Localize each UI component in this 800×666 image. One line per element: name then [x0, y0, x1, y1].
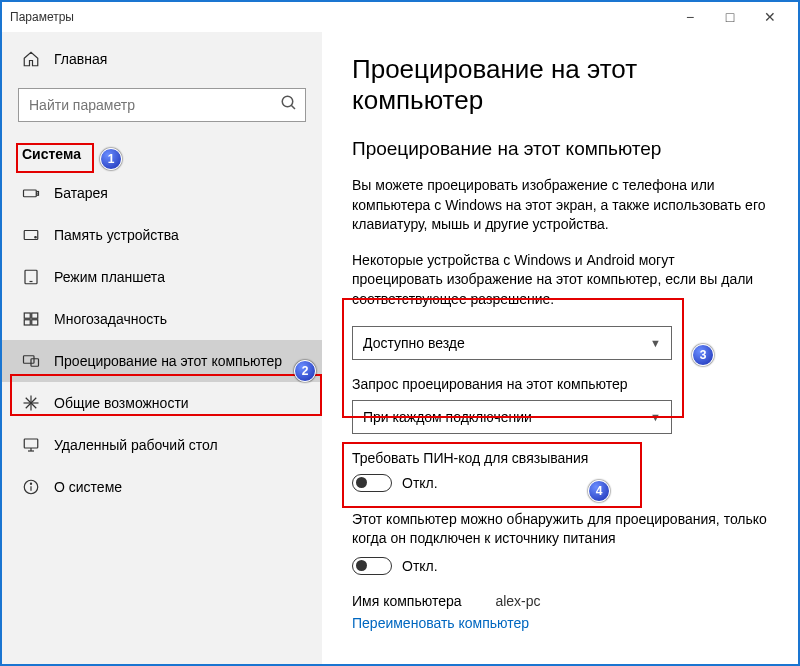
settings-window: Параметры − □ ✕ Главная Система Батарея — [0, 0, 800, 666]
home-label: Главная — [54, 51, 107, 67]
svg-rect-3 — [37, 192, 39, 196]
sidebar-item-projecting[interactable]: Проецирование на этот компьютер — [2, 340, 322, 382]
power-label: Этот компьютер можно обнаружить для прое… — [352, 510, 768, 549]
dropdown-value: Доступно везде — [363, 335, 465, 351]
computer-name-value: alex-pc — [495, 593, 540, 609]
sidebar-item-multitask[interactable]: Многозадачность — [2, 298, 322, 340]
svg-point-0 — [282, 96, 293, 107]
search-input[interactable] — [18, 88, 306, 122]
svg-rect-12 — [24, 356, 35, 364]
sidebar-item-label: Многозадачность — [54, 311, 167, 327]
description-2: Некоторые устройства с Windows и Android… — [352, 251, 768, 310]
sidebar-item-battery[interactable]: Батарея — [2, 172, 322, 214]
titlebar: Параметры − □ ✕ — [2, 2, 798, 32]
search-icon — [280, 94, 298, 112]
maximize-button[interactable]: □ — [710, 9, 750, 25]
power-toggle-state: Откл. — [402, 558, 438, 574]
pin-toggle-state: Откл. — [402, 475, 438, 491]
sidebar-item-label: Память устройства — [54, 227, 179, 243]
section-title: Система — [2, 140, 322, 172]
info-icon — [22, 478, 40, 496]
pin-label: Требовать ПИН-код для связывания — [352, 450, 768, 466]
sidebar-item-remote[interactable]: Удаленный рабочий стол — [2, 424, 322, 466]
sidebar-item-label: Общие возможности — [54, 395, 189, 411]
sidebar-item-label: Проецирование на этот компьютер — [54, 353, 282, 369]
svg-rect-11 — [32, 320, 38, 325]
sidebar-item-storage[interactable]: Память устройства — [2, 214, 322, 256]
chevron-down-icon: ▼ — [650, 337, 661, 349]
svg-rect-10 — [24, 320, 30, 325]
close-button[interactable]: ✕ — [750, 9, 790, 25]
window-title: Параметры — [10, 10, 74, 24]
multitask-icon — [22, 310, 40, 328]
svg-rect-18 — [24, 439, 38, 448]
sidebar-item-shared[interactable]: Общие возможности — [2, 382, 322, 424]
svg-rect-9 — [32, 313, 38, 318]
battery-icon — [22, 184, 40, 202]
computer-name-row: Имя компьютера alex-pc — [352, 593, 768, 609]
svg-rect-2 — [24, 190, 37, 197]
rename-link[interactable]: Переименовать компьютер — [352, 615, 529, 631]
main-content: Проецирование на этот компьютер Проециро… — [322, 32, 798, 664]
page-title: Проецирование на этот компьютер — [352, 54, 768, 116]
remote-icon — [22, 436, 40, 454]
dropdown-value: При каждом подключении — [363, 409, 532, 425]
minimize-button[interactable]: − — [670, 9, 710, 25]
storage-icon — [22, 226, 40, 244]
sidebar-item-about[interactable]: О системе — [2, 466, 322, 508]
shared-icon — [22, 394, 40, 412]
section-heading: Проецирование на этот компьютер — [352, 138, 768, 160]
projecting-icon — [22, 352, 40, 370]
description-1: Вы можете проецировать изображение с тел… — [352, 176, 768, 235]
pin-toggle[interactable] — [352, 474, 392, 492]
svg-rect-13 — [31, 359, 39, 367]
sidebar-item-label: Батарея — [54, 185, 108, 201]
tablet-icon — [22, 268, 40, 286]
computer-name-label: Имя компьютера — [352, 593, 462, 609]
home-icon — [22, 50, 40, 68]
home-link[interactable]: Главная — [2, 40, 322, 78]
chevron-down-icon: ▼ — [650, 411, 661, 423]
sidebar-item-tablet[interactable]: Режим планшета — [2, 256, 322, 298]
svg-point-5 — [35, 237, 37, 239]
svg-line-1 — [291, 105, 295, 109]
ask-label: Запрос проецирования на этот компьютер — [352, 376, 768, 392]
sidebar-item-label: Удаленный рабочий стол — [54, 437, 218, 453]
ask-dropdown[interactable]: При каждом подключении ▼ — [352, 400, 672, 434]
svg-rect-8 — [24, 313, 30, 318]
search-box[interactable] — [18, 88, 306, 122]
sidebar: Главная Система Батарея Память устройств… — [2, 32, 322, 664]
power-toggle[interactable] — [352, 557, 392, 575]
svg-point-23 — [30, 483, 31, 484]
sidebar-item-label: Режим планшета — [54, 269, 165, 285]
availability-dropdown[interactable]: Доступно везде ▼ — [352, 326, 672, 360]
sidebar-item-label: О системе — [54, 479, 122, 495]
